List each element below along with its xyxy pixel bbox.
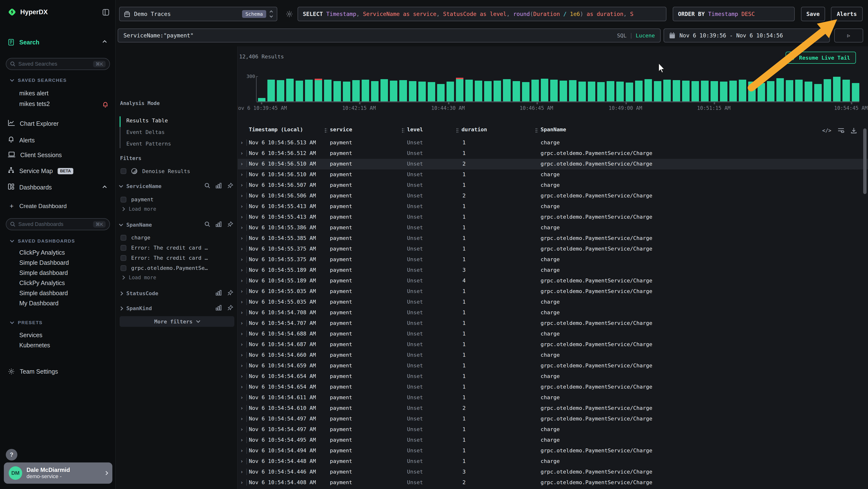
column-header-level[interactable]: level bbox=[407, 126, 423, 133]
saved-dashboard-item[interactable]: Simple dashboard bbox=[19, 269, 68, 276]
filter-value-checkbox[interactable]: Error: The credit card … bbox=[121, 255, 208, 261]
histogram-bar[interactable] bbox=[277, 80, 284, 102]
language-toggle-sql[interactable]: SQL bbox=[617, 33, 627, 39]
histogram-bar[interactable] bbox=[418, 82, 426, 102]
histogram-bar[interactable] bbox=[522, 82, 529, 102]
table-row[interactable]: ›Nov 6 10:54:55.386 AMpaymentUnset1charg… bbox=[238, 223, 868, 233]
histogram-bar[interactable] bbox=[437, 84, 444, 102]
histogram-bar[interactable] bbox=[531, 80, 539, 102]
histogram-bar[interactable] bbox=[569, 80, 577, 102]
saved-searches-input[interactable]: Saved Searches ⌘K bbox=[6, 58, 110, 70]
expand-row-icon[interactable]: › bbox=[240, 458, 243, 464]
scrollbar-thumb[interactable] bbox=[863, 128, 867, 194]
histogram-bar[interactable] bbox=[446, 82, 454, 102]
filter-group-servicename[interactable]: ServiceName bbox=[120, 182, 234, 190]
histogram-bar[interactable] bbox=[691, 81, 699, 102]
histogram-bar[interactable] bbox=[767, 81, 774, 102]
expand-row-icon[interactable]: › bbox=[240, 225, 243, 230]
table-row[interactable]: ›Nov 6 10:54:56.510 AMpaymentUnset2grpc.… bbox=[238, 159, 868, 169]
histogram-bar[interactable] bbox=[362, 80, 369, 102]
histogram-bar[interactable] bbox=[757, 83, 765, 102]
histogram-bar[interactable] bbox=[711, 81, 718, 102]
expand-row-icon[interactable]: › bbox=[240, 150, 243, 156]
histogram-bar[interactable] bbox=[824, 79, 831, 102]
table-row[interactable]: ›Nov 6 10:54:54.688 AMpaymentUnset1charg… bbox=[238, 329, 868, 339]
saved-search-item[interactable]: mikes tets2 bbox=[19, 100, 50, 107]
chart-icon[interactable] bbox=[216, 305, 222, 312]
pin-icon[interactable] bbox=[227, 221, 234, 229]
saved-search-item[interactable]: mikes alert bbox=[19, 90, 49, 97]
table-row[interactable]: ›Nov 6 10:54:56.506 AMpaymentUnset2grpc.… bbox=[238, 191, 868, 201]
expand-row-icon[interactable]: › bbox=[240, 415, 243, 422]
table-row[interactable]: ›Nov 6 10:54:55.189 AMpaymentUnset4grpc.… bbox=[238, 276, 868, 286]
histogram-bar[interactable] bbox=[324, 80, 332, 102]
expand-row-icon[interactable]: › bbox=[240, 479, 243, 485]
table-row[interactable]: ›Nov 6 10:54:55.413 AMpaymentUnset1charg… bbox=[238, 201, 868, 212]
table-row[interactable]: ›Nov 6 10:54:54.659 AMpaymentUnset1grpc.… bbox=[238, 361, 868, 371]
expand-row-icon[interactable]: › bbox=[240, 171, 243, 177]
histogram-bar[interactable] bbox=[268, 80, 275, 102]
expand-row-icon[interactable]: › bbox=[240, 203, 243, 209]
expand-row-icon[interactable]: › bbox=[240, 299, 243, 305]
help-button[interactable]: ? bbox=[6, 449, 18, 461]
load-more-button[interactable]: Load more bbox=[122, 275, 156, 281]
histogram-bar[interactable] bbox=[588, 82, 595, 102]
filter-group-spanname[interactable]: SpanName bbox=[120, 221, 234, 229]
column-drag-handle-icon[interactable] bbox=[456, 128, 459, 133]
data-source-select[interactable]: Demo Traces Schema bbox=[119, 7, 277, 21]
histogram-bar[interactable] bbox=[296, 81, 303, 102]
search-icon[interactable] bbox=[205, 183, 210, 190]
sidebar-item-service-map[interactable]: Service MapBETA bbox=[8, 167, 73, 175]
alerts-button[interactable]: Alerts bbox=[831, 7, 863, 21]
sidebar-item-dashboards[interactable]: Dashboards bbox=[8, 183, 52, 192]
histogram-bar[interactable] bbox=[701, 81, 708, 102]
table-row[interactable]: ›Nov 6 10:54:56.513 AMpaymentUnset1charg… bbox=[238, 138, 868, 148]
table-row[interactable]: ›Nov 6 10:54:54.446 AMpaymentUnset3grpc.… bbox=[238, 467, 868, 478]
table-row[interactable]: ›Nov 6 10:54:55.385 AMpaymentUnset1grpc.… bbox=[238, 233, 868, 244]
filter-group-statuscode[interactable]: StatusCode bbox=[120, 290, 234, 297]
column-header-timestamp-local-[interactable]: Timestamp (Local) bbox=[249, 126, 303, 133]
table-row[interactable]: ›Nov 6 10:54:56.512 AMpaymentUnset1grpc.… bbox=[238, 148, 868, 159]
saved-dashboard-item[interactable]: ClickPy Analytics bbox=[19, 280, 65, 287]
histogram-bar[interactable] bbox=[786, 80, 793, 102]
expand-row-icon[interactable]: › bbox=[240, 267, 243, 273]
table-row[interactable]: ›Nov 6 10:54:54.708 AMpaymentUnset1charg… bbox=[238, 308, 868, 318]
analysis-mode-event-deltas[interactable]: Event Deltas bbox=[120, 126, 235, 138]
table-row[interactable]: ›Nov 6 10:54:54.611 AMpaymentUnset1charg… bbox=[238, 393, 868, 403]
table-row[interactable]: ›Nov 6 10:54:54.497 AMpaymentUnset1charg… bbox=[238, 424, 868, 435]
saved-dashboard-item[interactable]: Simple dashboard bbox=[19, 290, 68, 297]
histogram-bar[interactable] bbox=[399, 80, 407, 102]
table-row[interactable]: ›Nov 6 10:54:55.413 AMpaymentUnset1grpc.… bbox=[238, 212, 868, 223]
table-row[interactable]: ›Nov 6 10:54:56.507 AMpaymentUnset1charg… bbox=[238, 180, 868, 191]
sidebar-item-chart-explorer[interactable]: Chart Explorer bbox=[8, 119, 59, 128]
histogram-bar[interactable] bbox=[315, 80, 322, 102]
analysis-mode-results-table[interactable]: Results Table bbox=[120, 115, 235, 126]
date-range-picker[interactable]: Nov 6 10:39:56 - Nov 6 10:54:56 bbox=[663, 28, 830, 42]
expand-row-icon[interactable]: › bbox=[240, 394, 243, 400]
table-row[interactable]: ›Nov 6 10:54:54.494 AMpaymentUnset1grpc.… bbox=[238, 445, 868, 456]
expand-row-icon[interactable]: › bbox=[240, 437, 243, 443]
histogram-bar[interactable] bbox=[663, 80, 671, 102]
histogram-bar[interactable] bbox=[503, 79, 510, 102]
search-icon[interactable] bbox=[205, 221, 210, 228]
filter-value-checkbox[interactable]: grpc.oteldemo.PaymentSe… bbox=[121, 265, 208, 271]
histogram-bar[interactable] bbox=[258, 98, 266, 102]
expand-row-icon[interactable]: › bbox=[240, 320, 243, 326]
histogram-bar[interactable] bbox=[409, 81, 416, 102]
expand-row-icon[interactable]: › bbox=[240, 469, 243, 475]
expand-row-icon[interactable]: › bbox=[240, 140, 243, 146]
column-header-duration[interactable]: duration bbox=[462, 126, 487, 133]
column-drag-handle-icon[interactable] bbox=[402, 128, 404, 133]
histogram-bar[interactable] bbox=[739, 80, 746, 102]
filter-group-spankind[interactable]: SpanKind bbox=[120, 305, 234, 312]
histogram-bar[interactable] bbox=[776, 78, 784, 102]
chart-icon[interactable] bbox=[216, 290, 222, 297]
histogram-bar[interactable] bbox=[842, 80, 850, 102]
histogram-bar[interactable] bbox=[494, 81, 501, 102]
run-query-button[interactable]: ▷ bbox=[834, 28, 863, 42]
user-menu[interactable]: DM Dale McDiarmid demo-service - bbox=[4, 462, 112, 484]
pin-icon[interactable] bbox=[227, 305, 234, 312]
expand-row-icon[interactable]: › bbox=[240, 448, 243, 454]
table-row[interactable]: ›Nov 6 10:54:55.035 AMpaymentUnset1charg… bbox=[238, 297, 868, 308]
column-header-spanname[interactable]: SpanName bbox=[540, 126, 566, 133]
